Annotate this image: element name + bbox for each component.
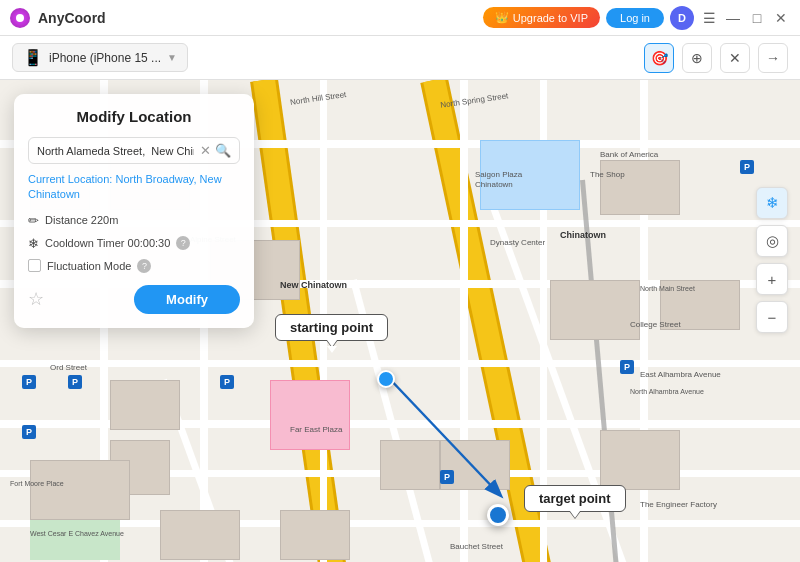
toolbar-tools: 🎯 ⊕ ✕ → bbox=[644, 43, 788, 73]
panel-title: Modify Location bbox=[28, 108, 240, 125]
snowflake-tool-button[interactable]: ❄ bbox=[756, 187, 788, 219]
favorite-button[interactable]: ☆ bbox=[28, 288, 44, 310]
target-tool-button[interactable]: 🎯 bbox=[644, 43, 674, 73]
building-blue-1 bbox=[480, 140, 580, 210]
building-7 bbox=[550, 280, 640, 340]
panel-footer: ☆ Modify bbox=[28, 285, 240, 314]
chevron-down-icon: ▼ bbox=[167, 52, 177, 63]
login-button[interactable]: Log in bbox=[606, 8, 664, 28]
building-9 bbox=[380, 440, 440, 490]
modify-button[interactable]: Modify bbox=[134, 285, 240, 314]
parking-2: P bbox=[68, 375, 82, 389]
device-tab[interactable]: 📱 iPhone (iPhone 15 ... ▼ bbox=[12, 43, 188, 72]
close-button[interactable]: ✕ bbox=[772, 9, 790, 27]
fluctuation-checkbox[interactable] bbox=[28, 259, 41, 272]
titlebar: AnyCoord 👑 Upgrade to VIP Log in D ☰ — □… bbox=[0, 0, 800, 36]
clear-search-icon[interactable]: ✕ bbox=[200, 143, 211, 158]
parking-5: P bbox=[440, 470, 454, 484]
parking-4: P bbox=[220, 375, 234, 389]
building-12 bbox=[30, 460, 130, 520]
fluctuation-label: Fluctuation Mode bbox=[47, 260, 131, 272]
maximize-button[interactable]: □ bbox=[748, 9, 766, 27]
park-1 bbox=[30, 520, 120, 560]
minimize-button[interactable]: — bbox=[724, 9, 742, 27]
fluctuation-row: Fluctuation Mode ? bbox=[28, 259, 240, 273]
titlebar-right: 👑 Upgrade to VIP Log in D ☰ — □ ✕ bbox=[483, 6, 790, 30]
clear-tool-button[interactable]: ✕ bbox=[720, 43, 750, 73]
parking-3: P bbox=[22, 425, 36, 439]
target-marker bbox=[487, 504, 509, 526]
cooldown-help-icon[interactable]: ? bbox=[176, 236, 190, 250]
right-toolbar: ❄ ◎ + − bbox=[756, 187, 788, 333]
modify-panel: Modify Location ✕ 🔍 Current Location: No… bbox=[14, 94, 254, 328]
route-tool-button[interactable]: ⊕ bbox=[682, 43, 712, 73]
building-3 bbox=[110, 380, 180, 430]
cooldown-row: ❄ Cooldown Timer 00:00:30 ? bbox=[28, 236, 240, 251]
building-6 bbox=[600, 160, 680, 215]
app-logo bbox=[10, 8, 30, 28]
fluctuation-help-icon[interactable]: ? bbox=[137, 259, 151, 273]
search-box: ✕ 🔍 bbox=[28, 137, 240, 164]
menu-button[interactable]: ☰ bbox=[700, 9, 718, 27]
location-search-input[interactable] bbox=[37, 145, 194, 157]
discord-icon[interactable]: D bbox=[670, 6, 694, 30]
starting-point-callout: starting point bbox=[275, 314, 388, 341]
street-h-4 bbox=[0, 360, 800, 367]
parking-7: P bbox=[740, 160, 754, 174]
ruler-icon: ✏ bbox=[28, 213, 39, 228]
location-target-button[interactable]: ◎ bbox=[756, 225, 788, 257]
parking-1: P bbox=[22, 375, 36, 389]
building-8 bbox=[660, 280, 740, 330]
distance-row: ✏ Distance 220m bbox=[28, 213, 240, 228]
zoom-out-button[interactable]: − bbox=[756, 301, 788, 333]
zoom-in-button[interactable]: + bbox=[756, 263, 788, 295]
snowflake-icon: ❄ bbox=[28, 236, 39, 251]
cooldown-label: Cooldown Timer 00:00:30 bbox=[45, 237, 170, 249]
distance-label: Distance 220m bbox=[45, 214, 118, 226]
search-icon[interactable]: 🔍 bbox=[215, 143, 231, 158]
building-pink-1 bbox=[270, 380, 350, 450]
crown-icon: 👑 bbox=[495, 11, 509, 24]
search-icons: ✕ 🔍 bbox=[200, 143, 231, 158]
titlebar-left: AnyCoord bbox=[10, 8, 106, 28]
toolbar: 📱 iPhone (iPhone 15 ... ▼ 🎯 ⊕ ✕ → bbox=[0, 36, 800, 80]
building-13 bbox=[160, 510, 240, 560]
parking-6: P bbox=[620, 360, 634, 374]
starting-marker bbox=[377, 370, 395, 388]
current-location[interactable]: Current Location: North Broadway, New Ch… bbox=[28, 172, 240, 203]
upgrade-vip-button[interactable]: 👑 Upgrade to VIP bbox=[483, 7, 600, 28]
building-14 bbox=[280, 510, 350, 560]
street-h-7 bbox=[0, 520, 800, 527]
device-name: iPhone (iPhone 15 ... bbox=[49, 51, 161, 65]
target-point-callout: target point bbox=[524, 485, 626, 512]
app-name: AnyCoord bbox=[38, 10, 106, 26]
building-11 bbox=[600, 430, 680, 490]
map-container[interactable]: North Hill Street Alpine Street Ord Stre… bbox=[0, 80, 800, 562]
export-tool-button[interactable]: → bbox=[758, 43, 788, 73]
phone-icon: 📱 bbox=[23, 48, 43, 67]
